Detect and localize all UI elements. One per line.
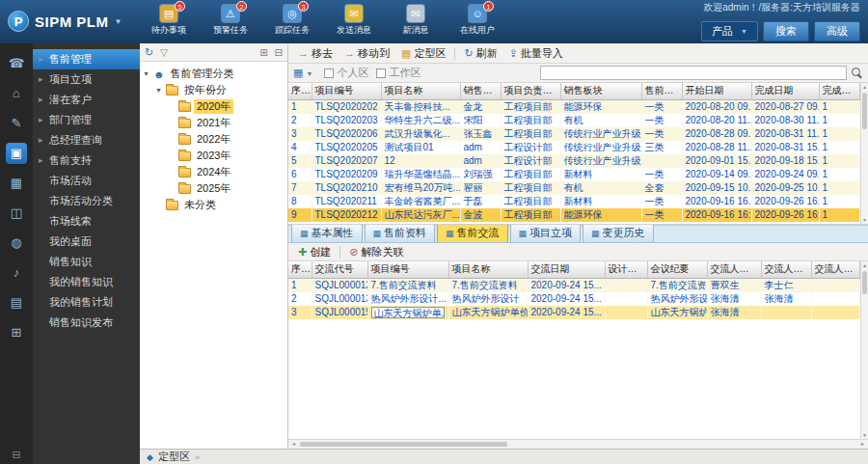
tree-node[interactable]: 2024年: [142, 164, 285, 180]
edit-icon[interactable]: ✎: [6, 113, 27, 134]
column-header[interactable]: 项目名称: [381, 83, 460, 99]
table-row[interactable]: 5TLSQ202020712adm工程设计部传统行业产业升级2020-09-01…: [288, 154, 859, 168]
sidebar-item[interactable]: 销售知识发布: [33, 313, 140, 333]
app-logo[interactable]: P SIPM PLM ▼: [8, 11, 122, 32]
scroll-down-icon[interactable]: ▼: [861, 431, 868, 439]
product-dropdown[interactable]: 产品 ▼: [701, 21, 758, 41]
column-header[interactable]: 交流人员(客户): [761, 261, 811, 278]
todo-items-button[interactable]: ▤5待办事项: [145, 5, 193, 37]
column-header[interactable]: 交流人员(其他): [811, 261, 859, 278]
sidebar-item[interactable]: 市场线索: [33, 211, 140, 232]
database-icon[interactable]: ◫: [6, 203, 27, 224]
table-row[interactable]: 9TLSQ2020212山东民达污灰厂...金波工程项目部能源环保一类2020-…: [288, 208, 859, 222]
book-icon[interactable]: ▤: [6, 292, 27, 314]
column-header[interactable]: 交流代号: [312, 261, 367, 278]
finalize-area-button[interactable]: ▦定型区: [395, 46, 451, 61]
horizontal-scrollbar[interactable]: ◄ ►: [288, 439, 868, 449]
tree-node[interactable]: ▾按年份分: [142, 82, 285, 98]
detail-tab[interactable]: ▦售前交流: [437, 224, 508, 242]
table-row[interactable]: 3SQJL000015山东天方锅炉单...山东天方锅炉单价...2020-09-…: [288, 306, 859, 319]
expand-all-icon[interactable]: ⊞: [259, 47, 267, 58]
column-header[interactable]: 完成日期: [751, 83, 819, 99]
scroll-right-icon[interactable]: ►: [858, 440, 867, 449]
new-message-button[interactable]: ✉新消息: [392, 5, 440, 37]
table-row[interactable]: 7TLSQ2020210宏有维马20万吨...翟丽工程项目部有机全套2020-0…: [288, 181, 859, 195]
detail-tab[interactable]: ▦基本属性: [291, 224, 363, 242]
view-menu-button[interactable]: ▦ ▼: [293, 67, 312, 79]
workspace-icon[interactable]: ▣: [6, 143, 27, 164]
scroll-up-icon[interactable]: ▲: [861, 83, 868, 91]
send-message-button[interactable]: ✉发送消息: [330, 5, 378, 37]
tree-node[interactable]: 2025年: [142, 180, 285, 197]
column-header[interactable]: 销售板块: [560, 83, 641, 99]
vertical-scrollbar[interactable]: ▲ ▼: [860, 261, 868, 439]
sidebar-item[interactable]: ▸总经理查询: [33, 130, 140, 150]
collapse-all-icon[interactable]: ⊟: [275, 47, 283, 58]
scroll-down-icon[interactable]: ▼: [861, 216, 868, 224]
column-header[interactable]: 项目编号: [312, 83, 381, 99]
filter-icon[interactable]: ▽: [160, 47, 168, 58]
sidebar-item[interactable]: ▸售前支持: [33, 150, 140, 171]
sidebar-item[interactable]: 我的销售计划: [33, 292, 140, 313]
contact-icon[interactable]: ☎: [6, 53, 27, 74]
sidebar-item[interactable]: 销售知识: [33, 252, 140, 272]
tree-node[interactable]: 2023年: [142, 148, 285, 164]
move-to-button[interactable]: →移动到: [339, 46, 395, 61]
tracking-tasks-button[interactable]: ◎3跟踪任务: [268, 5, 316, 37]
online-users-button[interactable]: ☺1在线用户: [453, 5, 502, 37]
tree-expander-icon[interactable]: ▾: [154, 86, 163, 95]
grid-search-input[interactable]: [540, 66, 847, 80]
search-button[interactable]: 搜索: [763, 21, 809, 41]
sidebar-item[interactable]: ▸项目立项: [33, 69, 140, 90]
scrollbar-thumb[interactable]: [862, 93, 867, 129]
scrollbar-thumb[interactable]: [300, 442, 507, 447]
checkbox[interactable]: [324, 68, 334, 78]
column-header[interactable]: 开始日期: [682, 83, 751, 99]
refresh-icon[interactable]: ↻: [145, 46, 153, 59]
column-header[interactable]: 交流日期: [528, 261, 605, 278]
table-row[interactable]: 6TLSQ2020209瑞升华蒸馏结晶...刘瑞强工程项目部新材料一类2020-…: [288, 168, 859, 181]
scroll-up-icon[interactable]: ▲: [861, 261, 868, 269]
remove-button[interactable]: →移去: [292, 46, 339, 61]
column-header[interactable]: 项目名称: [448, 261, 528, 278]
sidebar-item[interactable]: ▸售前管理: [33, 49, 140, 69]
detail-tab[interactable]: ▦变更历史: [583, 224, 654, 242]
scrollbar-thumb[interactable]: [862, 271, 867, 294]
column-header[interactable]: 设计条件: [605, 261, 647, 278]
table-row[interactable]: 2SQJL000013热风炉外形设计...热风炉外形设计2020-09-24 1…: [288, 292, 859, 306]
search-icon[interactable]: [851, 67, 863, 79]
table-row[interactable]: 8TLSQ2020211丰金岭省酱菜厂...于磊工程项目部新材料一类2020-0…: [288, 195, 859, 208]
tree-node[interactable]: 2020年: [142, 98, 285, 115]
column-header[interactable]: 交流人员(天方...: [707, 261, 761, 278]
home-icon[interactable]: ⌂: [6, 83, 27, 104]
bottom-apps-icon[interactable]: ⊟: [0, 449, 33, 461]
detail-tab[interactable]: ▦售前资料: [365, 224, 436, 242]
sidebar-item[interactable]: ▸潜在客户: [33, 90, 140, 110]
calendar-icon[interactable]: ▦: [6, 173, 27, 194]
chevrons-right-icon[interactable]: »: [195, 452, 200, 462]
column-header[interactable]: 序号: [288, 261, 312, 278]
inline-edit-field[interactable]: 山东天方锅炉单...: [371, 307, 445, 318]
batch-import-button[interactable]: ⇪批量导入: [503, 46, 569, 61]
column-header[interactable]: 完成期限备注: [819, 83, 859, 99]
tree-expander-icon[interactable]: ▾: [142, 69, 150, 78]
tree-node[interactable]: 未分类: [142, 197, 285, 213]
sidebar-item[interactable]: 我的桌面: [33, 232, 140, 252]
create-button[interactable]: ✚创建: [292, 245, 337, 259]
unlink-button[interactable]: ⊘解除关联: [343, 245, 409, 259]
apps-icon[interactable]: ⊞: [6, 322, 27, 343]
vertical-scrollbar[interactable]: ▲ ▼: [860, 83, 868, 224]
table-row[interactable]: 2TLSQ2020203华特生升六二级...宋阳工程项目部有机一类2020-08…: [288, 114, 859, 127]
column-header[interactable]: 项目编号: [367, 261, 448, 278]
globe-icon[interactable]: ◍: [6, 232, 27, 254]
column-header[interactable]: 销售经理: [460, 83, 501, 99]
sidebar-item[interactable]: 市场活动分类: [33, 191, 140, 211]
advanced-search-button[interactable]: 高级: [814, 21, 860, 41]
tree-node[interactable]: ▾☻售前管理分类: [142, 66, 285, 82]
checkbox[interactable]: [376, 68, 386, 78]
table-row[interactable]: 1TLSQ2020202天丰鲁控科技...金龙工程项目部能源环保一类2020-0…: [288, 99, 859, 114]
table-row[interactable]: 1SQJL0000127.售前交流资料7.售前交流资料2020-09-24 15…: [288, 278, 859, 292]
column-header[interactable]: 序号: [288, 83, 312, 99]
tree-node[interactable]: 2021年: [142, 115, 285, 131]
column-header[interactable]: 会议纪要: [647, 261, 707, 278]
